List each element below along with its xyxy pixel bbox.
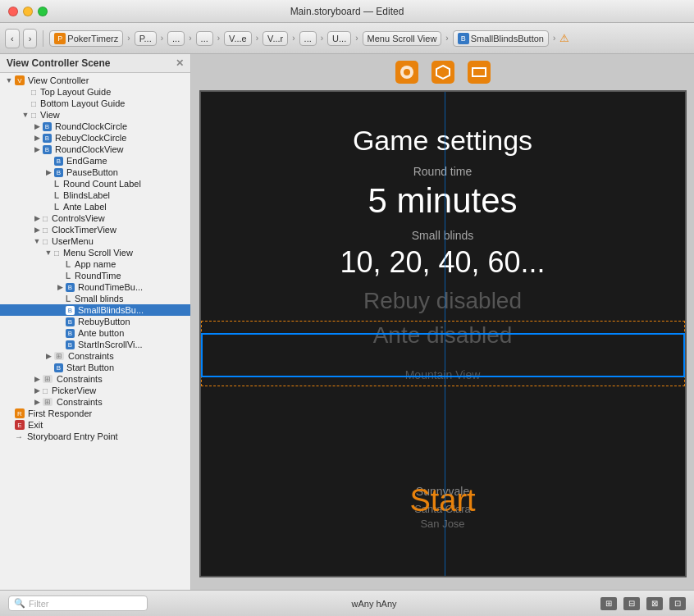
tree-item-rebuy-button[interactable]: B RebuyButton [0, 316, 190, 327]
tree-item-exit[interactable]: E Exit [0, 419, 190, 431]
tree-item-first-responder[interactable]: R First Responder [0, 408, 190, 419]
tree-item-constraints-1[interactable]: ⊞ Constraints [0, 350, 190, 362]
tree-item-round-count-label[interactable]: L Round Count Label [0, 178, 190, 189]
sidebar-close-icon[interactable]: ✕ [176, 57, 184, 69]
breadcrumb-p[interactable]: P... [135, 31, 157, 46]
tree-item-view-controller[interactable]: V View Controller [0, 75, 190, 86]
tree-item-bottom-layout[interactable]: □ Bottom Layout Guide [0, 98, 190, 109]
responder-icon: R [15, 408, 25, 418]
breadcrumb-dots2[interactable]: ... [196, 31, 213, 46]
l-icon: L [54, 191, 59, 200]
tree-item-picker-view[interactable]: □ PickerView [0, 385, 190, 396]
layout-icon-4[interactable]: ⊡ [669, 597, 686, 610]
breadcrumb-label: P... [139, 34, 152, 43]
view-icon: □ [31, 111, 36, 120]
breadcrumb-label: U... [332, 34, 346, 43]
tree-item-blinds-label[interactable]: L BlindsLabel [0, 189, 190, 201]
layout-icon-1[interactable]: ⊞ [600, 597, 617, 610]
tree-label: ClockTimerView [50, 225, 190, 235]
tree-item-ante-label[interactable]: L Ante Label [0, 201, 190, 212]
tree-item-end-game[interactable]: B EndGame [0, 155, 190, 167]
tree-label: Exit [26, 420, 190, 430]
b-icon: B [66, 283, 75, 292]
tree-item-clock-timer-view[interactable]: □ ClockTimerView [0, 224, 190, 235]
rect-icon[interactable] [468, 61, 491, 84]
b-icon: B [66, 317, 75, 326]
breadcrumb-u[interactable]: U... [327, 31, 351, 46]
sidebar-title: View Controller Scene [7, 57, 111, 69]
warning-icon: ⚠ [559, 32, 569, 44]
breadcrumb-menu-scroll[interactable]: Menu Scroll View [363, 31, 442, 46]
exit-icon: E [15, 420, 25, 430]
phone-frame: Game settings Round time 5 minutes Small… [199, 90, 687, 577]
tree-item-top-layout[interactable]: □ Top Layout Guide [0, 86, 190, 98]
tree-item-start-button[interactable]: B Start Button [0, 362, 190, 373]
tree-label: RebuyClockCircle [53, 133, 190, 143]
layout-icon-3[interactable]: ⊠ [646, 597, 663, 610]
tree-item-round-time-bu[interactable]: B RoundTimeBu... [0, 281, 190, 293]
breadcrumb-label: ... [304, 34, 312, 43]
tree-item-controls-view[interactable]: □ ControlsView [0, 212, 190, 224]
toolbar-separator [43, 30, 43, 47]
forward-button[interactable]: › [23, 29, 38, 48]
bottom-right-controls: ⊞ ⊟ ⊠ ⊡ [600, 597, 686, 610]
tree-label: ControlsView [50, 213, 190, 223]
tree-label: RoundClockView [53, 144, 190, 154]
breadcrumb-dots1[interactable]: ... [167, 31, 185, 46]
vertical-guideline [445, 92, 445, 576]
tree-item-round-time[interactable]: L RoundTime [0, 270, 190, 281]
bottom-bar: 🔍 Filter wAny hAny ⊞ ⊟ ⊠ ⊡ [0, 590, 694, 616]
tree-label: Ante Label [62, 202, 190, 212]
tree-item-user-menu[interactable]: □ UserMenu [0, 235, 190, 247]
start-button[interactable]: Start [409, 483, 475, 518]
tree-item-pause-button[interactable]: B PauseButton [0, 167, 190, 178]
breadcrumb-dots3[interactable]: ... [299, 31, 317, 46]
tree-item-small-blinds-bu[interactable]: B SmallBlindsBu... [0, 304, 190, 316]
window-controls[interactable] [8, 7, 48, 16]
tree-item-small-blinds[interactable]: L Small blinds [0, 293, 190, 304]
maximize-button[interactable] [38, 7, 48, 16]
tree-item-round-clock-view[interactable]: B RoundClockView [0, 144, 190, 155]
tree-item-ante-button[interactable]: B Ante button [0, 327, 190, 339]
breadcrumb-vr[interactable]: V...r [263, 31, 288, 46]
layout-icon-2[interactable]: ⊟ [623, 597, 640, 610]
tree-item-constraints-3[interactable]: ⊞ Constraints [0, 396, 190, 408]
breadcrumb-label: PokerTimerz [67, 34, 118, 43]
tree-item-app-name[interactable]: L App name [0, 258, 190, 270]
b-icon: B [54, 157, 63, 166]
breadcrumb-small-blinds[interactable]: B SmallBlindsButton [453, 30, 549, 47]
tree-item-rebuy-clock-circle[interactable]: B RebuyClockCircle [0, 132, 190, 144]
small-blinds-label: Small blinds [412, 229, 473, 242]
tree-item-menu-scroll-view[interactable]: □ Menu Scroll View [0, 247, 190, 258]
tree-label: Menu Scroll View [62, 248, 190, 258]
l-icon: L [66, 260, 71, 269]
canvas-area[interactable]: Game settings Round time 5 minutes Small… [191, 54, 694, 590]
project-icon: P [54, 33, 66, 44]
tree-label: Ante button [76, 328, 190, 338]
size-label: wAny hAny [351, 599, 396, 609]
breadcrumb-label: V...r [267, 34, 283, 43]
l-icon: L [54, 203, 59, 212]
close-button[interactable] [8, 7, 18, 16]
tree-arrow [31, 145, 43, 153]
minimize-button[interactable] [23, 7, 33, 16]
tree-item-start-in-scroll[interactable]: B StartInScrollVi... [0, 339, 190, 350]
filter-placeholder: Filter [29, 599, 48, 609]
tree-item-constraints-2[interactable]: ⊞ Constraints [0, 373, 190, 385]
cube-icon[interactable] [431, 61, 454, 84]
tree-label: View [39, 110, 190, 120]
vc-icon: V [15, 75, 25, 85]
small-blinds-value: 10, 20, 40, 60... [340, 245, 545, 280]
tree-label: Constraints [55, 397, 190, 407]
back-button[interactable]: ‹ [5, 29, 20, 48]
breadcrumb-pokertimerz[interactable]: P PokerTimerz [49, 30, 123, 47]
filter-input[interactable]: 🔍 Filter [8, 595, 148, 611]
circle-icon[interactable] [395, 61, 418, 84]
breadcrumb-label: ... [172, 34, 180, 43]
breadcrumb-label: ... [201, 34, 208, 43]
search-icon: 🔍 [14, 598, 25, 609]
breadcrumb-ve[interactable]: V...e [224, 31, 252, 46]
tree-item-round-clock-circle[interactable]: B RoundClockCircle [0, 121, 190, 132]
tree-item-view[interactable]: □ View [0, 109, 190, 121]
tree-item-storyboard-entry[interactable]: → Storyboard Entry Point [0, 431, 190, 442]
